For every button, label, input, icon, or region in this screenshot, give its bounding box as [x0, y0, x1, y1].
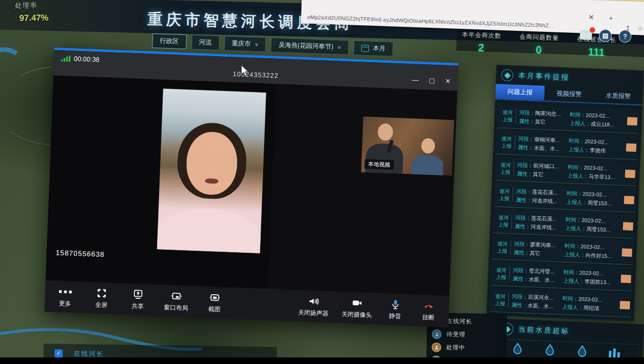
- events-list: 巡河上报 河段：陶家沟忠...时间：2023-02... 属性：其它上报人：成云…: [486, 100, 642, 321]
- event-row[interactable]: 巡河上报 河段：前河城口...时间：2023-02... 属性：其它上报人：马学…: [495, 156, 637, 186]
- patrol-report-badge: 巡河上报: [497, 161, 514, 175]
- more-dots-icon: [59, 286, 72, 297]
- mute-speaker-button[interactable]: 关闭扬声器: [298, 295, 329, 317]
- bookmark-star-icon[interactable]: ☆: [637, 25, 643, 32]
- photo-bottom-edge: [0, 357, 644, 364]
- tab-close-icon[interactable]: ✕: [588, 13, 594, 22]
- camera-off-button[interactable]: 关闭摄像头: [341, 297, 373, 320]
- patrol-report-badge: 巡河上报: [492, 293, 509, 307]
- call-timer: 00:00:38: [61, 55, 100, 64]
- filter-city-select[interactable]: 重庆市∨: [224, 36, 266, 52]
- rate-label: 处理率: [15, 1, 48, 10]
- help-icon[interactable]: ?: [619, 30, 632, 43]
- event-row[interactable]: 巡河上报 河段：璧北河璧...时间：2023-02... 属性：水面、水...上…: [490, 261, 633, 291]
- filter-admin-region[interactable]: 行政区: [152, 33, 186, 49]
- filter-river[interactable]: 河流: [191, 35, 219, 51]
- patrol-report-badge: 巡河上报: [494, 240, 511, 254]
- stat-issues: 会商问题数量0: [519, 32, 559, 57]
- patrol-report-badge: 巡河上报: [495, 214, 512, 228]
- event-photo-thumbnail[interactable]: [620, 301, 630, 309]
- filter-month[interactable]: 本月: [354, 40, 393, 57]
- legend-item-processing[interactable]: 处理中: [431, 342, 501, 353]
- event-row[interactable]: 巡河上报 河段：陶家沟忠...时间：2023-02... 属性：其它上报人：成云…: [497, 104, 639, 133]
- legend-item-pending[interactable]: 待受理: [432, 329, 502, 340]
- speaker-icon: [308, 295, 320, 307]
- window-layout-icon: [171, 290, 182, 302]
- hang-up-icon: [423, 300, 435, 311]
- filter-person-select[interactable]: 吴海燕(花园河奉节)∨: [271, 37, 349, 55]
- online-chief-checkbox[interactable]: ✓: [55, 349, 63, 357]
- local-video-thumbnail[interactable]: 本地视频: [361, 117, 454, 176]
- rate-value: 97.47%: [19, 13, 48, 23]
- event-photo-thumbnail[interactable]: [625, 169, 635, 178]
- patrol-report-badge: 巡河上报: [498, 135, 515, 149]
- minimize-button[interactable]: —: [412, 76, 419, 83]
- local-video-label: 本地视频: [364, 159, 394, 170]
- new-tab-icon[interactable]: ＋: [607, 14, 615, 23]
- header-icons: ▤ ?: [580, 28, 632, 43]
- event-photo-thumbnail[interactable]: [622, 248, 632, 257]
- event-photo-thumbnail[interactable]: [624, 196, 634, 204]
- notification-badge: [589, 27, 595, 33]
- camera-icon: [351, 297, 364, 308]
- event-photo-thumbnail[interactable]: [627, 117, 637, 125]
- maximize-button[interactable]: ▢: [429, 76, 435, 84]
- document-icon[interactable]: ▤: [599, 29, 612, 42]
- mute-mic-button[interactable]: 静音: [385, 298, 406, 321]
- patrol-report-badge: 巡河上报: [499, 109, 516, 123]
- remote-video-feed: [157, 88, 266, 253]
- event-photo-thumbnail[interactable]: [621, 275, 631, 283]
- window-controls: — ▢ ✕: [412, 76, 451, 85]
- call-video-area: 本地视频 15870556638: [45, 75, 457, 296]
- window-layout-button[interactable]: 窗口布局: [164, 290, 189, 312]
- monthly-events-panel: 本月事件提报 问题上报 视频报警 水质报警 巡河上报 河段：陶家沟忠...时间：…: [486, 65, 644, 321]
- stat-meetings: 本年会商次数2: [461, 30, 502, 55]
- calendar-icon: [361, 44, 369, 52]
- event-row[interactable]: 巡河上报 河段：莲花石溪...时间：2023-02... 属性：河道岸线...上…: [493, 209, 635, 239]
- pending-icon: [432, 329, 441, 339]
- tab-water-alarm[interactable]: 水质报警: [593, 88, 643, 105]
- event-row[interactable]: 巡河上报 河段：廖家沟奉...时间：2023-02... 属性：其它上报人：向作…: [492, 235, 634, 265]
- screen-photo: ✕ ＋ oMp2aXd2U0NGZ2hjTFE9In0.eyJhdWQiOlsi…: [0, 0, 644, 364]
- chevron-down-icon: ∨: [255, 41, 259, 47]
- screenshot-icon: [209, 292, 221, 303]
- hang-up-button[interactable]: 挂断: [418, 300, 439, 323]
- tab-problem-report[interactable]: 问题上报: [495, 84, 544, 101]
- screenshot-button[interactable]: 截图: [204, 291, 225, 314]
- event-photo-thumbnail[interactable]: [623, 222, 633, 231]
- processing-icon: [431, 342, 441, 352]
- mouse-cursor: [240, 65, 250, 77]
- patrol-report-badge: 巡河上报: [496, 188, 513, 202]
- event-row[interactable]: 巡河上报 河段：后溪河永...时间：2023-02... 属性：水面、水...上…: [489, 288, 632, 317]
- fullscreen-button[interactable]: 全屏: [91, 287, 112, 310]
- message-icon[interactable]: [580, 30, 592, 40]
- event-row[interactable]: 巡河上报 河段：潋铜河奉...时间：2023-02... 属性：水面、水...上…: [496, 130, 638, 160]
- events-panel-icon: [501, 69, 514, 81]
- microphone-icon: [390, 298, 402, 310]
- patrol-report-badge: 巡河上报: [493, 266, 510, 281]
- chevron-down-icon: ∨: [337, 44, 341, 50]
- video-call-window: 00:00:38 10024353222 — ▢ ✕: [44, 48, 458, 327]
- tab-video-alarm[interactable]: 视频报警: [544, 86, 594, 103]
- more-button[interactable]: 更多: [55, 286, 76, 308]
- share-screen-button[interactable]: 共享: [127, 288, 148, 311]
- signal-bars-icon: [61, 55, 70, 62]
- close-button[interactable]: ✕: [445, 77, 451, 85]
- rate-widget: 处理率 97.47%: [15, 1, 48, 23]
- event-row[interactable]: 巡河上报 河段：莲花石溪...时间：2023-02... 属性：河道岸线...上…: [494, 183, 636, 212]
- event-photo-thumbnail[interactable]: [626, 143, 636, 152]
- fullscreen-icon: [96, 287, 108, 299]
- share-screen-icon: [132, 289, 144, 300]
- caller-phone-number: 15870556638: [56, 248, 105, 258]
